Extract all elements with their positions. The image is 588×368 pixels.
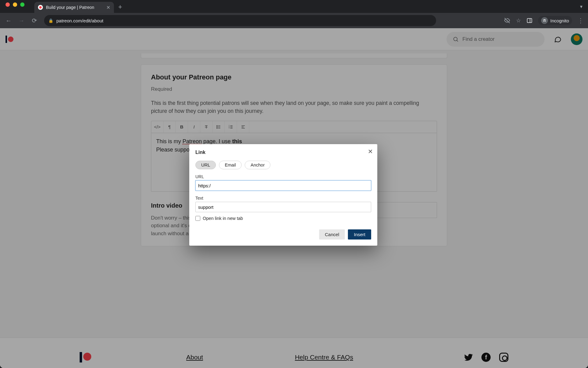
modal-close-icon[interactable]: ✕ [368,148,373,155]
browser-tab[interactable]: Build your page | Patreon ✕ [34,2,114,13]
eye-off-icon[interactable] [504,17,511,24]
modal-title: Link [195,150,371,155]
tab-close-icon[interactable]: ✕ [106,5,110,10]
tab-title: Build your page | Patreon [46,5,94,10]
open-new-tab-checkbox[interactable] [195,216,200,221]
svg-point-2 [545,21,546,22]
tab-email[interactable]: Email [219,161,242,169]
browser-menu-icon[interactable]: ⋮ [578,17,584,24]
tabs-overflow-icon[interactable]: ▾ [580,4,582,10]
insert-button[interactable]: Insert [348,229,371,240]
reload-button[interactable]: ⟳ [30,17,39,24]
incognito-indicator[interactable]: Incognito [538,16,572,25]
svg-rect-0 [527,18,532,22]
incognito-label: Incognito [550,18,569,23]
tab-url[interactable]: URL [195,161,216,169]
url-field-label: URL [195,174,371,179]
bookmark-star-icon[interactable]: ☆ [516,17,521,24]
window-controls [6,2,24,7]
window-minimize-button[interactable] [13,2,17,7]
open-new-tab-row[interactable]: Open link in new tab [195,216,371,221]
window-close-button[interactable] [6,2,10,7]
browser-toolbar: ← → ⟳ 🔒 patreon.com/edit/about ☆ Incogni… [0,13,588,28]
forward-button[interactable]: → [17,17,26,24]
link-modal: Link ✕ URL Email Anchor URL Text Open li… [189,144,377,246]
link-type-tabs: URL Email Anchor [195,161,371,169]
tab-anchor[interactable]: Anchor [245,161,270,169]
panel-icon[interactable] [526,17,533,24]
cancel-button[interactable]: Cancel [319,229,345,240]
address-bar[interactable]: 🔒 patreon.com/edit/about [44,15,436,26]
browser-tab-strip: Build your page | Patreon ✕ + ▾ [0,0,588,13]
incognito-icon [541,17,548,24]
new-tab-button[interactable]: + [114,3,126,13]
back-button[interactable]: ← [4,17,13,24]
window-zoom-button[interactable] [20,2,24,7]
url-input[interactable] [195,180,371,191]
lock-icon: 🔒 [48,18,53,23]
open-new-tab-label: Open link in new tab [203,216,243,221]
text-field-label: Text [195,196,371,201]
svg-point-1 [543,21,545,22]
patreon-favicon [38,5,43,10]
text-input[interactable] [195,202,371,212]
url-text: patreon.com/edit/about [56,18,103,23]
